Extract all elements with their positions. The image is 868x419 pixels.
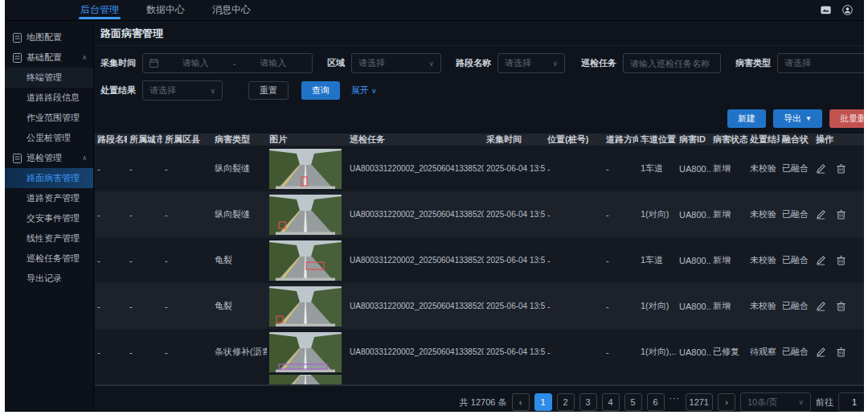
table-cell: - [545,164,604,174]
region-select[interactable]: 请选择 ∨ [351,53,441,73]
user-avatar-icon[interactable] [842,5,853,15]
search-button[interactable]: 查询 [301,81,340,100]
road-photo-thumbnail[interactable] [269,332,342,372]
delete-icon[interactable] [836,301,846,311]
table-row: ---条状修补(沥青)UA800331220002_20250604133852… [95,329,864,375]
result-filter-label: 处置结果 [100,84,136,97]
table-cell: 新增 [710,254,747,266]
sidebar-item[interactable]: 道路路段信息 [5,88,93,108]
task-input[interactable] [630,59,714,68]
delete-icon[interactable] [836,347,846,357]
chevron-down-icon: ∨ [210,87,215,95]
expand-link[interactable]: 展开 ∨ [351,84,377,97]
table-cell: 1车道 [638,162,677,175]
app-window: 后台管理数据中心消息中心 地图配置基础配置∧终端管理道路路段信息作业范围管理公里… [5,0,864,412]
date-start-placeholder[interactable]: 请输入 [163,57,228,69]
pagination-bar: 共 12706 条 ‹ 123456···1271 › 10条/页 ∨ 前往 页 [94,386,864,412]
edit-icon[interactable] [816,163,826,174]
page-button[interactable]: 1 [534,393,552,411]
delete-icon[interactable] [836,255,846,265]
road-photo-thumbnail[interactable] [269,149,342,189]
page-button[interactable]: 5 [624,393,642,411]
table-cell: - [604,347,638,357]
edit-icon[interactable] [816,209,826,220]
table-cell: 新增 [710,208,747,220]
column-header: 所属城市 [127,134,162,146]
top-nav-tab[interactable]: 数据中心 [145,0,186,20]
table-cell: 2025-06-04 13:50 [484,210,545,219]
table-cell: 1(对向) [638,300,677,312]
page-button[interactable]: 3 [579,393,597,411]
more-pages-button[interactable]: ··· [669,393,681,411]
sidebar-item-label: 线性资产管理 [27,232,80,244]
page-button[interactable]: 6 [647,393,665,411]
sidebar-item[interactable]: 终端管理 [5,68,93,88]
next-page-button[interactable]: › [718,393,735,411]
sidebar-item[interactable]: 巡检管理∧ [5,148,93,168]
table-header: 路段名称所属城市所属区县病害类型图片巡检任务采集时间位置(桩号)道路方向车道位置… [95,134,864,146]
table-cell: 已融合 [780,208,813,220]
result-select[interactable]: 请选择 ∨ [142,80,223,101]
sidebar-item[interactable]: 巡检任务管理 [5,249,93,269]
edit-icon[interactable] [816,347,826,357]
date-range-input[interactable]: 请输入 - 请输入 [142,53,313,73]
sidebar-item[interactable]: 道路资产管理 [5,188,93,208]
document-icon [13,53,22,63]
screen-monitor-icon[interactable] [821,5,831,15]
road-photo-thumbnail[interactable] [269,375,342,384]
top-nav-tab[interactable]: 消息中心 [211,0,252,20]
delete-icon[interactable] [836,163,846,174]
sidebar-item[interactable]: 作业范围管理 [5,108,93,128]
chevron-up-icon: ∧ [82,154,87,162]
image-cell [267,332,347,372]
goto-label: 前往 [816,396,833,409]
road-name-select[interactable]: 请选择 ∨ [497,53,565,73]
road-photo-thumbnail[interactable] [269,286,342,327]
prev-page-button[interactable]: ‹ [512,393,530,411]
date-end-placeholder[interactable]: 请输入 [240,57,305,69]
export-button[interactable]: 导出 ▼ [773,109,822,128]
goto-page-input[interactable] [842,397,864,407]
sidebar-item[interactable]: 基础配置∧ [5,47,93,68]
table-cell: - [95,347,127,357]
edit-icon[interactable] [816,255,826,265]
page-button[interactable]: 1271 [686,393,713,411]
column-header: 操作 [813,134,858,146]
page-size-select[interactable]: 10条/页 ∨ [740,392,811,412]
road-photo-thumbnail[interactable] [269,195,342,235]
table-cell: 1车道 [638,254,677,266]
region-filter-label: 区域 [327,57,345,69]
sidebar-item[interactable]: 线性资产管理 [5,228,93,249]
top-nav-tab[interactable]: 后台管理 [79,0,121,20]
sidebar-item[interactable]: 公里桩管理 [5,128,93,148]
column-header: 病害ID [677,134,710,146]
date-filter-label: 采集时间 [100,57,136,69]
table-cell: 待观察 [747,346,780,358]
table-cell: 1(对向) [638,208,677,220]
delete-icon[interactable] [836,209,846,220]
sidebar-menu: 地图配置基础配置∧终端管理道路路段信息作业范围管理公里桩管理巡检管理∧路面病害管… [5,21,93,412]
edit-icon[interactable] [816,301,826,311]
column-header: 道路方向 [604,134,638,146]
region-select-value: 请选择 [358,57,385,69]
column-header: 病害状态 [710,134,747,146]
page-button[interactable]: 4 [602,393,620,411]
table-cell: - [162,164,212,174]
chevron-down-icon: ∨ [798,398,804,406]
road-photo-thumbnail[interactable] [269,240,342,281]
create-button[interactable]: 新建 [727,109,766,128]
batch-delete-button[interactable]: 批量删除 [829,109,864,128]
sidebar-item[interactable]: 导出记录 [5,269,93,289]
table-cell: UA800331220002_20250604133852059 [347,347,484,356]
disease-type-select[interactable]: 请选择 ∨ [777,53,864,73]
page-button[interactable]: 2 [557,393,575,411]
reset-button[interactable]: 重置 [248,81,289,100]
sidebar-item[interactable]: 交安事件管理 [5,208,93,228]
sidebar-item[interactable]: 地图配置 [5,27,93,47]
result-select-value: 请选择 [149,84,176,97]
task-input-wrap [623,53,721,73]
table-cell: - [162,256,212,265]
table-cell: 2025-06-04 13:50 [484,256,545,265]
table-cell: - [162,210,212,220]
sidebar-item[interactable]: 路面病害管理 [5,168,93,188]
